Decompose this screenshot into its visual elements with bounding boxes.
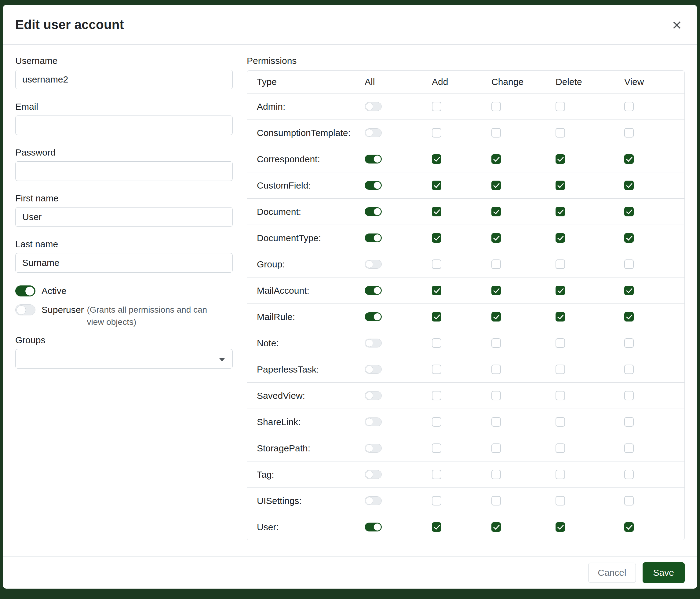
permission-all-toggle[interactable] bbox=[365, 496, 382, 505]
permission-all-toggle[interactable] bbox=[365, 102, 382, 111]
save-button[interactable]: Save bbox=[643, 562, 685, 583]
permission-add-checkbox[interactable] bbox=[432, 154, 441, 164]
permission-add-checkbox[interactable] bbox=[432, 496, 441, 505]
permission-view-checkbox[interactable] bbox=[624, 338, 634, 348]
permission-delete-checkbox[interactable] bbox=[555, 207, 565, 216]
permission-all-toggle[interactable] bbox=[365, 154, 382, 164]
first-name-input[interactable] bbox=[15, 207, 233, 227]
permission-view-checkbox[interactable] bbox=[624, 522, 634, 532]
permission-view-checkbox[interactable] bbox=[624, 154, 634, 164]
permission-delete-checkbox[interactable] bbox=[555, 470, 565, 479]
permission-view-checkbox[interactable] bbox=[624, 233, 634, 243]
permission-delete-checkbox[interactable] bbox=[555, 286, 565, 295]
permission-change-checkbox[interactable] bbox=[492, 102, 501, 111]
permission-delete-checkbox[interactable] bbox=[555, 391, 565, 400]
permission-all-toggle[interactable] bbox=[365, 391, 382, 400]
permission-add-checkbox[interactable] bbox=[432, 260, 441, 269]
permission-all-toggle[interactable] bbox=[365, 417, 382, 426]
permission-view-checkbox[interactable] bbox=[624, 102, 634, 111]
permission-add-checkbox[interactable] bbox=[432, 128, 441, 138]
permission-change-checkbox[interactable] bbox=[492, 286, 501, 295]
cancel-button[interactable]: Cancel bbox=[588, 562, 635, 583]
permission-all-toggle[interactable] bbox=[365, 339, 382, 348]
username-input[interactable] bbox=[15, 70, 233, 89]
permission-change-checkbox[interactable] bbox=[492, 417, 501, 427]
permission-delete-checkbox[interactable] bbox=[555, 102, 565, 111]
email-input[interactable] bbox=[15, 116, 233, 135]
permission-change-checkbox[interactable] bbox=[492, 338, 501, 348]
permission-add-checkbox[interactable] bbox=[432, 312, 441, 321]
permission-all-toggle[interactable] bbox=[365, 470, 382, 479]
permission-view-checkbox[interactable] bbox=[624, 444, 634, 453]
permission-change-checkbox[interactable] bbox=[492, 312, 501, 321]
permission-add-checkbox[interactable] bbox=[432, 181, 441, 190]
password-input[interactable] bbox=[15, 161, 233, 181]
permission-delete-cell bbox=[555, 338, 624, 348]
permission-delete-checkbox[interactable] bbox=[555, 312, 565, 321]
permission-change-checkbox[interactable] bbox=[492, 233, 501, 243]
permission-all-toggle[interactable] bbox=[365, 260, 382, 269]
permission-delete-checkbox[interactable] bbox=[555, 181, 565, 190]
permission-delete-checkbox[interactable] bbox=[555, 365, 565, 374]
groups-select[interactable] bbox=[15, 349, 233, 368]
permission-view-checkbox[interactable] bbox=[624, 260, 634, 269]
permission-change-checkbox[interactable] bbox=[492, 154, 501, 164]
permission-add-checkbox[interactable] bbox=[432, 444, 441, 453]
permission-add-checkbox[interactable] bbox=[432, 286, 441, 295]
permission-add-checkbox[interactable] bbox=[432, 102, 441, 111]
permission-all-toggle[interactable] bbox=[365, 444, 382, 453]
permission-delete-checkbox[interactable] bbox=[555, 233, 565, 243]
permission-add-checkbox[interactable] bbox=[432, 207, 441, 216]
permission-change-checkbox[interactable] bbox=[492, 470, 501, 479]
permission-add-checkbox[interactable] bbox=[432, 391, 441, 400]
permission-view-checkbox[interactable] bbox=[624, 181, 634, 190]
permission-delete-checkbox[interactable] bbox=[555, 260, 565, 269]
permission-add-checkbox[interactable] bbox=[432, 470, 441, 479]
permission-delete-checkbox[interactable] bbox=[555, 154, 565, 164]
permission-all-toggle[interactable] bbox=[365, 523, 382, 531]
last-name-input[interactable] bbox=[15, 253, 233, 272]
active-toggle[interactable] bbox=[15, 285, 35, 296]
permission-view-checkbox[interactable] bbox=[624, 496, 634, 505]
permission-add-checkbox[interactable] bbox=[432, 417, 441, 427]
permission-change-checkbox[interactable] bbox=[492, 444, 501, 453]
permission-all-toggle[interactable] bbox=[365, 312, 382, 321]
permission-view-checkbox[interactable] bbox=[624, 470, 634, 479]
permission-view-checkbox[interactable] bbox=[624, 128, 634, 138]
close-icon[interactable]: × bbox=[669, 15, 685, 34]
permission-delete-checkbox[interactable] bbox=[555, 496, 565, 505]
permission-all-toggle[interactable] bbox=[365, 234, 382, 242]
permission-change-checkbox[interactable] bbox=[492, 365, 501, 374]
permission-view-checkbox[interactable] bbox=[624, 312, 634, 321]
permission-change-checkbox[interactable] bbox=[492, 128, 501, 138]
permission-change-checkbox[interactable] bbox=[492, 260, 501, 269]
permission-all-toggle[interactable] bbox=[365, 365, 382, 374]
permission-view-checkbox[interactable] bbox=[624, 365, 634, 374]
permission-change-checkbox[interactable] bbox=[492, 391, 501, 400]
permission-all-toggle[interactable] bbox=[365, 128, 382, 137]
permission-delete-cell bbox=[555, 365, 624, 374]
permission-delete-checkbox[interactable] bbox=[555, 444, 565, 453]
permission-all-toggle[interactable] bbox=[365, 181, 382, 190]
permission-change-checkbox[interactable] bbox=[492, 496, 501, 505]
permission-delete-checkbox[interactable] bbox=[555, 417, 565, 427]
permission-view-checkbox[interactable] bbox=[624, 417, 634, 427]
permission-delete-checkbox[interactable] bbox=[555, 128, 565, 138]
permission-all-toggle[interactable] bbox=[365, 207, 382, 216]
permission-view-checkbox[interactable] bbox=[624, 207, 634, 216]
permission-change-checkbox[interactable] bbox=[492, 207, 501, 216]
permission-view-checkbox[interactable] bbox=[624, 286, 634, 295]
permission-change-checkbox[interactable] bbox=[492, 181, 501, 190]
permission-add-checkbox[interactable] bbox=[432, 522, 441, 532]
permission-change-checkbox[interactable] bbox=[492, 522, 501, 532]
permission-add-checkbox[interactable] bbox=[432, 233, 441, 243]
column-header-add: Add bbox=[431, 77, 491, 87]
superuser-toggle[interactable] bbox=[15, 304, 35, 315]
permission-delete-checkbox[interactable] bbox=[555, 338, 565, 348]
permission-all-toggle[interactable] bbox=[365, 286, 382, 295]
permission-add-checkbox[interactable] bbox=[432, 365, 441, 374]
permission-view-checkbox[interactable] bbox=[624, 391, 634, 400]
permission-delete-checkbox[interactable] bbox=[555, 522, 565, 532]
permission-add-checkbox[interactable] bbox=[432, 338, 441, 348]
permission-add-cell bbox=[431, 286, 491, 295]
